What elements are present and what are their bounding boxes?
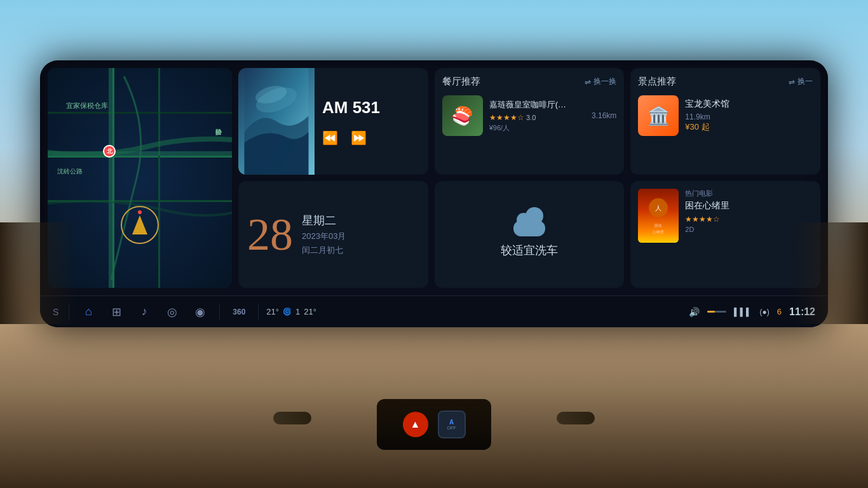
restaurant-stars: ★★★★☆ 3.0 bbox=[489, 113, 585, 122]
nav-separator-2 bbox=[219, 304, 220, 320]
attraction-price: ¥30 起 bbox=[685, 121, 813, 133]
music-button[interactable]: ♪ bbox=[133, 301, 156, 323]
svg-text:心绪里: 心绪里 bbox=[652, 229, 664, 234]
refresh-label: 换一换 bbox=[593, 76, 616, 87]
acc-button[interactable]: A OFF bbox=[438, 410, 466, 438]
date-weekday: 星期二 bbox=[302, 213, 346, 228]
attraction-header: 景点推荐 ⇌ 换一 bbox=[638, 76, 813, 88]
attraction-name: 宝龙美术馆 bbox=[685, 98, 813, 110]
fan-icon: 🌀 bbox=[283, 308, 292, 316]
radio-frequency: AM 531 bbox=[322, 98, 419, 118]
radio-info: AM 531 ⏪ ⏩ bbox=[322, 89, 428, 154]
prev-button[interactable]: ⏪ bbox=[322, 130, 338, 146]
map-label-warehouse: 宜家保税仓库 bbox=[66, 101, 108, 111]
weather-condition: 较适宜洗车 bbox=[501, 243, 558, 258]
svg-text:困在: 困在 bbox=[654, 224, 662, 227]
volume-level: 6 bbox=[777, 307, 782, 316]
svg-text:人: 人 bbox=[655, 205, 661, 212]
bezel-right bbox=[557, 412, 595, 424]
home-button[interactable]: ⌂ bbox=[77, 301, 100, 323]
map-label-road1: 沈砖公路 bbox=[57, 167, 83, 176]
bottom-navigation-bar: S ⌂ ⊞ ♪ ◎ ◉ 360 21° 🌀 1 21° 🔊 ▌▌▌ (●) 6 bbox=[40, 295, 828, 327]
nav-separator-3 bbox=[258, 304, 259, 320]
restaurant-image: 🍣 bbox=[442, 95, 483, 136]
restaurant-refresh[interactable]: ⇌ 换一换 bbox=[585, 76, 616, 87]
restaurant-details: 嘉琏薇皇室咖啡厅(… ★★★★☆ 3.0 ¥96/人 bbox=[489, 99, 585, 133]
attraction-title: 景点推荐 bbox=[638, 76, 676, 88]
date-day: 28 bbox=[247, 212, 293, 257]
acc-label: A bbox=[449, 419, 454, 426]
restaurant-panel[interactable]: 餐厅推荐 ⇌ 换一换 🍣 嘉琏薇皇室咖啡厅(… ★★★★☆ 3.0 ¥96/人 bbox=[435, 68, 625, 175]
attraction-item[interactable]: 🏛️ 宝龙美术馆 11.9km ¥30 起 bbox=[638, 95, 813, 136]
attraction-image: 🏛️ bbox=[638, 95, 679, 136]
compass bbox=[121, 206, 159, 244]
acc-off-label: OFF bbox=[447, 426, 456, 430]
album-art bbox=[238, 68, 315, 175]
steering-wheel-right bbox=[792, 222, 868, 324]
steering-wheel-left bbox=[0, 222, 76, 324]
temp-left: 21° bbox=[266, 307, 279, 316]
restaurant-price: ¥96/人 bbox=[489, 123, 585, 133]
hazard-button[interactable]: ▲ bbox=[403, 412, 428, 437]
temp-display: 21° 🌀 1 21° bbox=[266, 307, 316, 316]
restaurant-item[interactable]: 🍣 嘉琏薇皇室咖啡厅(… ★★★★☆ 3.0 ¥96/人 3.16km bbox=[442, 95, 617, 136]
movie-poster: 人 困在 心绪里 bbox=[638, 189, 679, 243]
attraction-distance: 11.9km bbox=[685, 112, 813, 121]
date-year-month: 2023年03月 bbox=[302, 231, 346, 242]
bezel-left bbox=[273, 412, 311, 424]
movie-item[interactable]: 人 困在 心绪里 热门电影 困在心绪里 ★★★★☆ 2D bbox=[638, 189, 813, 243]
volume-bar bbox=[707, 311, 726, 313]
movie-category: 热门电影 bbox=[685, 189, 813, 198]
attraction-panel[interactable]: 景点推荐 ⇌ 换一 🏛️ 宝龙美术馆 11.9km ¥30 起 bbox=[630, 68, 820, 175]
date-info: 星期二 2023年03月 闰二月初七 bbox=[302, 213, 346, 256]
temp-right: 21° bbox=[304, 307, 316, 316]
north-indicator: 北 bbox=[103, 145, 116, 158]
restaurant-header: 餐厅推荐 ⇌ 换一换 bbox=[442, 76, 617, 88]
grid-button[interactable]: ⊞ bbox=[105, 301, 128, 323]
attraction-refresh-icon: ⇌ bbox=[789, 78, 795, 86]
car-infotainment-screen: 宜家保税仓库 沈砖公路 沪松公路 北 bbox=[40, 60, 828, 327]
center-control: ▲ A OFF bbox=[377, 399, 491, 450]
restaurant-name: 嘉琏薇皇室咖啡厅(… bbox=[489, 99, 585, 111]
refresh-icon: ⇌ bbox=[585, 78, 591, 86]
date-lunar: 闰二月初七 bbox=[302, 245, 346, 256]
radio-panel[interactable]: AM 531 ⏪ ⏩ bbox=[238, 68, 428, 175]
volume-icon: 🔊 bbox=[689, 307, 700, 317]
circle-button[interactable]: ◉ bbox=[189, 301, 212, 323]
radio-controls[interactable]: ⏪ ⏩ bbox=[322, 130, 419, 146]
signal-bars: ▌▌▌ bbox=[734, 308, 752, 316]
view360-button[interactable]: 360 bbox=[227, 301, 250, 323]
restaurant-title: 餐厅推荐 bbox=[442, 76, 480, 88]
north-dot bbox=[138, 210, 142, 214]
next-button[interactable]: ⏩ bbox=[351, 130, 367, 146]
compass-arrow bbox=[132, 215, 147, 234]
location-button[interactable]: ◎ bbox=[161, 301, 184, 323]
wifi-icon: (●) bbox=[760, 308, 770, 316]
weather-icon bbox=[510, 211, 548, 236]
date-panel: 28 星期二 2023年03月 闰二月初七 bbox=[238, 181, 428, 288]
fan-speed: 1 bbox=[295, 307, 300, 316]
weather-panel: 较适宜洗车 bbox=[435, 181, 625, 288]
attraction-refresh[interactable]: ⇌ 换一 bbox=[789, 76, 813, 87]
movie-title: 困在心绪里 bbox=[685, 200, 813, 212]
restaurant-distance: 3.16km bbox=[592, 111, 616, 120]
attraction-refresh-label: 换一 bbox=[797, 76, 813, 87]
attraction-details: 宝龙美术馆 11.9km ¥30 起 bbox=[685, 98, 813, 133]
